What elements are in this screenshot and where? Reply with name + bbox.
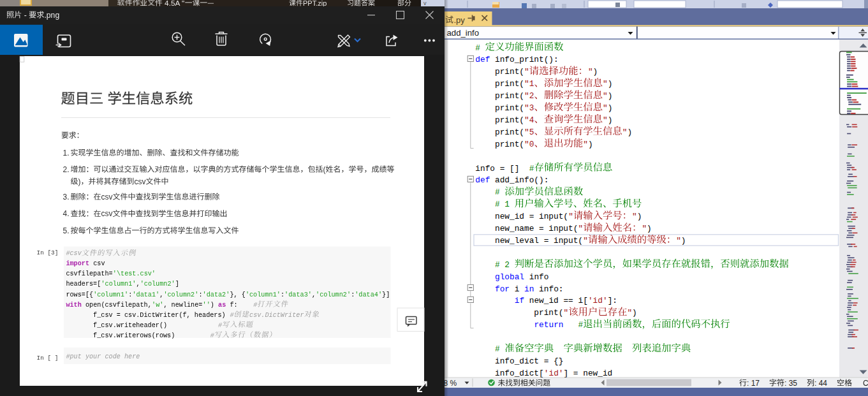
svg-text:headers=[: headers=[ (66, 281, 101, 288)
svg-text:): ) (637, 212, 642, 221)
svg-text:'\test.csv': '\test.csv' (113, 270, 156, 277)
svg-text:with: with (66, 302, 81, 309)
svg-text:: 17: : 17 (747, 379, 760, 388)
svg-text:]:: ]: (608, 296, 617, 305)
svg-text:#: # (210, 332, 215, 339)
svg-text:csv: csv (101, 193, 113, 202)
svg-text:new_name = input(: new_name = input( (475, 224, 578, 233)
svg-text:csv: csv (89, 260, 105, 267)
svg-text:"4: "4 (524, 115, 534, 125)
svg-text:info: info (524, 272, 548, 282)
svg-text:'data2': 'data2' (203, 291, 230, 298)
svg-text:print(: print( (475, 308, 563, 318)
svg-text:v: v (423, 0, 427, 6)
svg-text:#csv: #csv (66, 250, 82, 257)
svg-text:): ) (627, 128, 632, 137)
svg-text:f:: f: (226, 302, 253, 309)
svg-text:": " (603, 103, 608, 113)
svg-text:import: import (66, 260, 89, 267)
svg-text:): ) (593, 67, 598, 77)
svg-text:global: global (495, 272, 524, 282)
svg-text:C: C (863, 379, 868, 388)
svg-text:": " (627, 308, 632, 318)
svg-text:": " (603, 91, 608, 101)
svg-text:#: # (230, 312, 234, 319)
svg-text:": " (622, 128, 628, 137)
svg-text:as: as (218, 302, 226, 309)
svg-text:'id': 'id' (544, 369, 564, 378)
svg-text:): ) (608, 103, 613, 113)
svg-text:print(: print( (475, 79, 524, 89)
svg-text:f_csv.writeheader(): f_csv.writeheader() (66, 322, 217, 329)
svg-text:": " (583, 236, 588, 246)
svg-text:new_id == i[: new_id == i[ (524, 296, 588, 305)
svg-text:": " (564, 308, 569, 318)
svg-text:": " (603, 115, 608, 125)
svg-text:'': '' (203, 302, 210, 309)
svg-text:info_print():: info_print(): (490, 55, 558, 64)
svg-text:# 2: # 2 (475, 260, 514, 270)
svg-text:]: ] (175, 281, 179, 288)
svg-text:'column2': 'column2' (140, 281, 175, 288)
svg-text:#: # (475, 344, 504, 354)
svg-text:'column2': 'column2' (163, 291, 198, 298)
svg-text:"2: "2 (524, 91, 534, 101)
svg-text:for: for (495, 284, 510, 294)
svg-text:] = new_id: ] = new_id (564, 369, 613, 378)
svg-text:'data1': 'data1' (132, 291, 159, 298)
svg-text:f_csv.writerows(rows): f_csv.writerows(rows) (66, 332, 210, 339)
svg-text:f_csv = csv.DictWriter(f, head: f_csv = csv.DictWriter(f, headers) (66, 312, 229, 319)
svg-text:print(: print( (475, 128, 524, 137)
svg-text:PPT.zip: PPT.zip (303, 0, 327, 7)
svg-text:def: def (475, 175, 490, 185)
svg-text:#: # (529, 164, 534, 173)
svg-text:: 44: : 44 (814, 379, 827, 388)
svg-text:5.: 5. (63, 226, 70, 235)
svg-text:print(: print( (475, 115, 524, 125)
svg-text:": " (676, 236, 681, 246)
svg-text:): ) (608, 115, 613, 125)
svg-text:info = []: info = [] (475, 164, 529, 173)
svg-text:return: return (534, 320, 563, 330)
svg-text:": " (583, 140, 588, 149)
svg-text:}]: }] (382, 291, 390, 298)
svg-text:def: def (475, 55, 490, 64)
svg-text:#: # (475, 187, 504, 197)
svg-text:rows=[{: rows=[{ (66, 291, 93, 298)
svg-text:print(: print( (475, 103, 524, 113)
svg-text:"1: "1 (524, 79, 534, 89)
svg-text:): ) (681, 236, 686, 246)
svg-text:#: # (253, 302, 258, 309)
svg-text:2.: 2. (63, 165, 70, 174)
svg-text:: 35: : 35 (784, 379, 797, 388)
svg-text:'column2': 'column2' (316, 291, 351, 298)
svg-text:'column1': 'column1' (93, 291, 128, 298)
svg-text:.py: .py (454, 15, 466, 25)
svg-text:1.: 1. (63, 149, 70, 158)
svg-text:(: ( (323, 165, 326, 174)
svg-text:}, {: }, { (230, 291, 245, 298)
svg-text:": " (632, 212, 637, 221)
svg-text:'id': 'id' (588, 296, 608, 305)
svg-text:"0: "0 (524, 140, 534, 149)
svg-text:3.: 3. (63, 193, 70, 202)
svg-text:"5: "5 (524, 128, 534, 137)
svg-text:4.5A ": 4.5A " (163, 0, 184, 8)
svg-text:'column1': 'column1' (246, 291, 281, 298)
svg-text:'data3': 'data3' (284, 291, 312, 298)
svg-text:": " (642, 224, 647, 233)
svg-text:add_info():: add_info(): (490, 175, 548, 185)
svg-text:#: # (475, 43, 485, 53)
svg-text:): ) (588, 140, 593, 149)
svg-text:'column1': 'column1' (101, 281, 136, 288)
svg-text:csv: csv (135, 177, 146, 186)
svg-text:'data4': 'data4' (355, 291, 382, 298)
svg-text:new_id = input(: new_id = input( (475, 212, 568, 221)
svg-text:In [3]: In [3] (37, 249, 59, 256)
svg-text:#: # (564, 320, 584, 330)
svg-text:): ) (632, 308, 637, 318)
svg-text:): ) (78, 177, 81, 186)
svg-text:print(: print( (475, 140, 524, 149)
svg-text:# 1: # 1 (475, 200, 514, 209)
svg-text:": " (603, 79, 608, 89)
